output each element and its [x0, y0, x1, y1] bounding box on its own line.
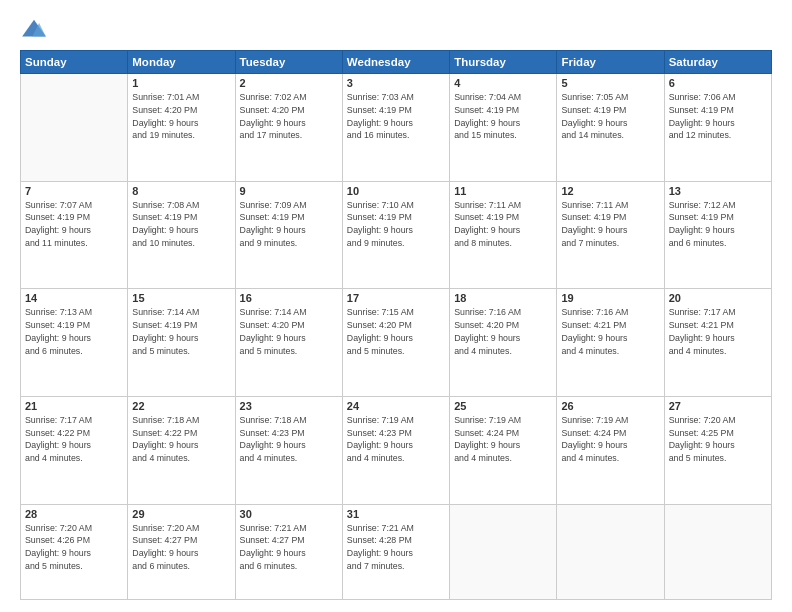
day-number: 24	[347, 400, 445, 412]
calendar-week-row: 7Sunrise: 7:07 AM Sunset: 4:19 PM Daylig…	[21, 181, 772, 289]
calendar-cell: 30Sunrise: 7:21 AM Sunset: 4:27 PM Dayli…	[235, 504, 342, 599]
day-info: Sunrise: 7:20 AM Sunset: 4:26 PM Dayligh…	[25, 522, 123, 573]
calendar-cell: 25Sunrise: 7:19 AM Sunset: 4:24 PM Dayli…	[450, 396, 557, 504]
calendar-cell: 23Sunrise: 7:18 AM Sunset: 4:23 PM Dayli…	[235, 396, 342, 504]
calendar-cell: 18Sunrise: 7:16 AM Sunset: 4:20 PM Dayli…	[450, 289, 557, 397]
calendar-cell	[450, 504, 557, 599]
header	[20, 18, 772, 40]
day-info: Sunrise: 7:14 AM Sunset: 4:20 PM Dayligh…	[240, 306, 338, 357]
weekday-header-tuesday: Tuesday	[235, 51, 342, 74]
calendar-cell: 8Sunrise: 7:08 AM Sunset: 4:19 PM Daylig…	[128, 181, 235, 289]
calendar-cell: 9Sunrise: 7:09 AM Sunset: 4:19 PM Daylig…	[235, 181, 342, 289]
day-info: Sunrise: 7:19 AM Sunset: 4:24 PM Dayligh…	[561, 414, 659, 465]
day-number: 27	[669, 400, 767, 412]
calendar-cell: 10Sunrise: 7:10 AM Sunset: 4:19 PM Dayli…	[342, 181, 449, 289]
day-info: Sunrise: 7:11 AM Sunset: 4:19 PM Dayligh…	[561, 199, 659, 250]
calendar-cell: 27Sunrise: 7:20 AM Sunset: 4:25 PM Dayli…	[664, 396, 771, 504]
calendar-cell: 26Sunrise: 7:19 AM Sunset: 4:24 PM Dayli…	[557, 396, 664, 504]
calendar-cell: 3Sunrise: 7:03 AM Sunset: 4:19 PM Daylig…	[342, 74, 449, 182]
day-number: 23	[240, 400, 338, 412]
day-number: 13	[669, 185, 767, 197]
weekday-header-thursday: Thursday	[450, 51, 557, 74]
calendar-cell: 1Sunrise: 7:01 AM Sunset: 4:20 PM Daylig…	[128, 74, 235, 182]
day-info: Sunrise: 7:13 AM Sunset: 4:19 PM Dayligh…	[25, 306, 123, 357]
day-number: 4	[454, 77, 552, 89]
calendar-cell: 11Sunrise: 7:11 AM Sunset: 4:19 PM Dayli…	[450, 181, 557, 289]
day-number: 31	[347, 508, 445, 520]
day-number: 20	[669, 292, 767, 304]
day-info: Sunrise: 7:16 AM Sunset: 4:21 PM Dayligh…	[561, 306, 659, 357]
day-info: Sunrise: 7:19 AM Sunset: 4:23 PM Dayligh…	[347, 414, 445, 465]
day-info: Sunrise: 7:07 AM Sunset: 4:19 PM Dayligh…	[25, 199, 123, 250]
day-info: Sunrise: 7:12 AM Sunset: 4:19 PM Dayligh…	[669, 199, 767, 250]
calendar-cell	[557, 504, 664, 599]
day-info: Sunrise: 7:18 AM Sunset: 4:23 PM Dayligh…	[240, 414, 338, 465]
calendar-cell: 31Sunrise: 7:21 AM Sunset: 4:28 PM Dayli…	[342, 504, 449, 599]
day-number: 2	[240, 77, 338, 89]
day-info: Sunrise: 7:21 AM Sunset: 4:27 PM Dayligh…	[240, 522, 338, 573]
calendar-week-row: 21Sunrise: 7:17 AM Sunset: 4:22 PM Dayli…	[21, 396, 772, 504]
day-number: 25	[454, 400, 552, 412]
calendar-cell: 14Sunrise: 7:13 AM Sunset: 4:19 PM Dayli…	[21, 289, 128, 397]
day-info: Sunrise: 7:11 AM Sunset: 4:19 PM Dayligh…	[454, 199, 552, 250]
day-info: Sunrise: 7:05 AM Sunset: 4:19 PM Dayligh…	[561, 91, 659, 142]
calendar-table: SundayMondayTuesdayWednesdayThursdayFrid…	[20, 50, 772, 600]
day-info: Sunrise: 7:17 AM Sunset: 4:22 PM Dayligh…	[25, 414, 123, 465]
day-number: 9	[240, 185, 338, 197]
day-number: 22	[132, 400, 230, 412]
day-info: Sunrise: 7:08 AM Sunset: 4:19 PM Dayligh…	[132, 199, 230, 250]
day-number: 18	[454, 292, 552, 304]
calendar-cell: 13Sunrise: 7:12 AM Sunset: 4:19 PM Dayli…	[664, 181, 771, 289]
calendar-cell: 12Sunrise: 7:11 AM Sunset: 4:19 PM Dayli…	[557, 181, 664, 289]
day-info: Sunrise: 7:17 AM Sunset: 4:21 PM Dayligh…	[669, 306, 767, 357]
day-info: Sunrise: 7:19 AM Sunset: 4:24 PM Dayligh…	[454, 414, 552, 465]
calendar-cell	[21, 74, 128, 182]
weekday-header-saturday: Saturday	[664, 51, 771, 74]
day-info: Sunrise: 7:03 AM Sunset: 4:19 PM Dayligh…	[347, 91, 445, 142]
day-info: Sunrise: 7:09 AM Sunset: 4:19 PM Dayligh…	[240, 199, 338, 250]
weekday-header-row: SundayMondayTuesdayWednesdayThursdayFrid…	[21, 51, 772, 74]
day-info: Sunrise: 7:20 AM Sunset: 4:25 PM Dayligh…	[669, 414, 767, 465]
page: SundayMondayTuesdayWednesdayThursdayFrid…	[0, 0, 792, 612]
day-number: 17	[347, 292, 445, 304]
weekday-header-monday: Monday	[128, 51, 235, 74]
calendar-cell: 5Sunrise: 7:05 AM Sunset: 4:19 PM Daylig…	[557, 74, 664, 182]
calendar-cell: 17Sunrise: 7:15 AM Sunset: 4:20 PM Dayli…	[342, 289, 449, 397]
day-info: Sunrise: 7:16 AM Sunset: 4:20 PM Dayligh…	[454, 306, 552, 357]
calendar-cell: 4Sunrise: 7:04 AM Sunset: 4:19 PM Daylig…	[450, 74, 557, 182]
day-info: Sunrise: 7:21 AM Sunset: 4:28 PM Dayligh…	[347, 522, 445, 573]
calendar-cell: 15Sunrise: 7:14 AM Sunset: 4:19 PM Dayli…	[128, 289, 235, 397]
calendar-cell: 24Sunrise: 7:19 AM Sunset: 4:23 PM Dayli…	[342, 396, 449, 504]
day-number: 30	[240, 508, 338, 520]
day-info: Sunrise: 7:06 AM Sunset: 4:19 PM Dayligh…	[669, 91, 767, 142]
day-info: Sunrise: 7:14 AM Sunset: 4:19 PM Dayligh…	[132, 306, 230, 357]
weekday-header-wednesday: Wednesday	[342, 51, 449, 74]
day-number: 14	[25, 292, 123, 304]
day-number: 6	[669, 77, 767, 89]
day-number: 7	[25, 185, 123, 197]
day-info: Sunrise: 7:18 AM Sunset: 4:22 PM Dayligh…	[132, 414, 230, 465]
day-number: 26	[561, 400, 659, 412]
calendar-cell: 29Sunrise: 7:20 AM Sunset: 4:27 PM Dayli…	[128, 504, 235, 599]
day-number: 19	[561, 292, 659, 304]
day-number: 5	[561, 77, 659, 89]
calendar-week-row: 28Sunrise: 7:20 AM Sunset: 4:26 PM Dayli…	[21, 504, 772, 599]
calendar-cell: 28Sunrise: 7:20 AM Sunset: 4:26 PM Dayli…	[21, 504, 128, 599]
day-info: Sunrise: 7:10 AM Sunset: 4:19 PM Dayligh…	[347, 199, 445, 250]
weekday-header-sunday: Sunday	[21, 51, 128, 74]
calendar-cell: 2Sunrise: 7:02 AM Sunset: 4:20 PM Daylig…	[235, 74, 342, 182]
day-number: 29	[132, 508, 230, 520]
calendar-cell	[664, 504, 771, 599]
day-number: 10	[347, 185, 445, 197]
day-info: Sunrise: 7:15 AM Sunset: 4:20 PM Dayligh…	[347, 306, 445, 357]
logo	[20, 18, 52, 40]
calendar-cell: 6Sunrise: 7:06 AM Sunset: 4:19 PM Daylig…	[664, 74, 771, 182]
calendar-cell: 7Sunrise: 7:07 AM Sunset: 4:19 PM Daylig…	[21, 181, 128, 289]
calendar-cell: 20Sunrise: 7:17 AM Sunset: 4:21 PM Dayli…	[664, 289, 771, 397]
day-number: 16	[240, 292, 338, 304]
day-info: Sunrise: 7:02 AM Sunset: 4:20 PM Dayligh…	[240, 91, 338, 142]
day-number: 21	[25, 400, 123, 412]
logo-icon	[20, 18, 48, 40]
day-info: Sunrise: 7:20 AM Sunset: 4:27 PM Dayligh…	[132, 522, 230, 573]
calendar-cell: 16Sunrise: 7:14 AM Sunset: 4:20 PM Dayli…	[235, 289, 342, 397]
